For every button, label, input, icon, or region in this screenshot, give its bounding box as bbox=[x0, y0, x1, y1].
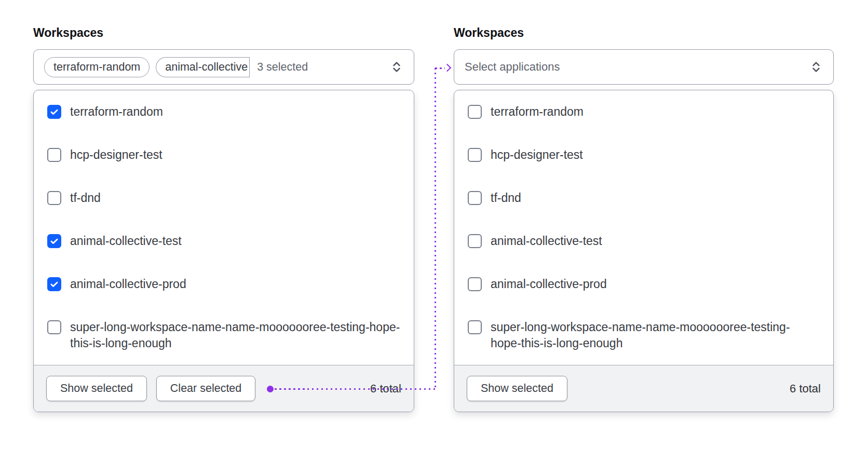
unfold-chevron-icon bbox=[390, 60, 403, 74]
option-label: hcp-designer-test bbox=[491, 147, 583, 163]
show-selected-button[interactable]: Show selected bbox=[46, 376, 147, 401]
options-list: terraform-randomhcp-designer-testtf-dnda… bbox=[454, 90, 833, 365]
multiselect-trigger[interactable]: terraform-randomanimal-collective 3 sele… bbox=[33, 49, 414, 85]
multiselect-trigger[interactable]: Select applications bbox=[454, 49, 834, 85]
option-label: tf-dnd bbox=[491, 190, 521, 206]
checkbox-checked-icon[interactable] bbox=[47, 105, 61, 119]
option-row[interactable]: animal-collective-prod bbox=[454, 263, 833, 306]
page: Workspaces terraform-randomanimal-collec… bbox=[0, 0, 868, 463]
checkbox-unchecked-icon[interactable] bbox=[468, 148, 482, 162]
checkbox-checked-icon[interactable] bbox=[47, 277, 61, 291]
options-list: terraform-randomhcp-designer-testtf-dnda… bbox=[34, 90, 414, 365]
selected-count: 3 selected bbox=[257, 61, 308, 74]
checkbox-unchecked-icon[interactable] bbox=[468, 277, 482, 291]
checkbox-unchecked-icon[interactable] bbox=[468, 191, 482, 205]
option-label: animal-collective-prod bbox=[70, 276, 186, 292]
total-count: 6 total bbox=[790, 382, 821, 396]
selected-tag[interactable]: terraform-random bbox=[44, 57, 150, 77]
checkbox-unchecked-icon[interactable] bbox=[47, 320, 61, 334]
checkbox-unchecked-icon[interactable] bbox=[468, 320, 482, 334]
option-label: animal-collective-test bbox=[70, 233, 182, 249]
show-selected-button[interactable]: Show selected bbox=[467, 376, 567, 401]
option-label: terraform-random bbox=[491, 104, 584, 120]
selected-tags: terraform-randomanimal-collective bbox=[44, 57, 250, 77]
checkbox-unchecked-icon[interactable] bbox=[47, 191, 61, 205]
option-row[interactable]: tf-dnd bbox=[454, 176, 833, 220]
option-label: animal-collective-prod bbox=[491, 276, 607, 292]
option-row[interactable]: animal-collective-test bbox=[454, 220, 833, 263]
option-row[interactable]: hcp-designer-test bbox=[454, 133, 833, 176]
checkbox-unchecked-icon[interactable] bbox=[468, 105, 482, 119]
connector-line-horizontal-top bbox=[435, 67, 445, 69]
workspaces-multiselect-right: Workspaces Select applications terraform… bbox=[454, 26, 834, 412]
options-footer: Show selected 6 total bbox=[454, 365, 833, 412]
option-row[interactable]: animal-collective-prod bbox=[34, 263, 414, 306]
option-row[interactable]: hcp-designer-test bbox=[34, 133, 414, 176]
unfold-chevron-icon bbox=[809, 60, 823, 74]
option-row[interactable]: terraform-random bbox=[454, 90, 833, 133]
connector-line-vertical bbox=[435, 68, 436, 389]
option-label: hcp-designer-test bbox=[70, 147, 162, 163]
option-label: animal-collective-test bbox=[491, 233, 602, 249]
option-row[interactable]: animal-collective-test bbox=[34, 220, 414, 263]
option-label: super-long-workspace-name-name-moooooore… bbox=[70, 319, 400, 351]
options-footer: Show selected Clear selected 6 total bbox=[34, 365, 414, 412]
options-panel: terraform-randomhcp-designer-testtf-dnda… bbox=[33, 90, 414, 412]
options-panel: terraform-randomhcp-designer-testtf-dnda… bbox=[454, 90, 834, 412]
trigger-placeholder: Select applications bbox=[465, 60, 560, 74]
workspaces-label: Workspaces bbox=[33, 26, 414, 39]
workspaces-multiselect-left: Workspaces terraform-randomanimal-collec… bbox=[33, 26, 414, 412]
option-row[interactable]: super-long-workspace-name-name-moooooore… bbox=[454, 306, 833, 365]
option-row[interactable]: terraform-random bbox=[34, 90, 414, 133]
workspaces-label: Workspaces bbox=[454, 26, 834, 39]
option-row[interactable]: super-long-workspace-name-name-moooooore… bbox=[34, 306, 414, 365]
total-count: 6 total bbox=[370, 382, 401, 396]
option-row[interactable]: tf-dnd bbox=[34, 176, 414, 220]
selected-tag[interactable]: animal-collective bbox=[156, 57, 250, 77]
checkbox-unchecked-icon[interactable] bbox=[468, 234, 482, 248]
option-label: super-long-workspace-name-name-moooooore… bbox=[491, 319, 820, 351]
connector-arrowhead-icon bbox=[443, 64, 452, 72]
clear-selected-button[interactable]: Clear selected bbox=[156, 376, 255, 401]
option-label: terraform-random bbox=[70, 104, 163, 120]
option-label: tf-dnd bbox=[70, 190, 101, 206]
checkbox-checked-icon[interactable] bbox=[47, 234, 61, 248]
checkbox-unchecked-icon[interactable] bbox=[47, 148, 61, 162]
